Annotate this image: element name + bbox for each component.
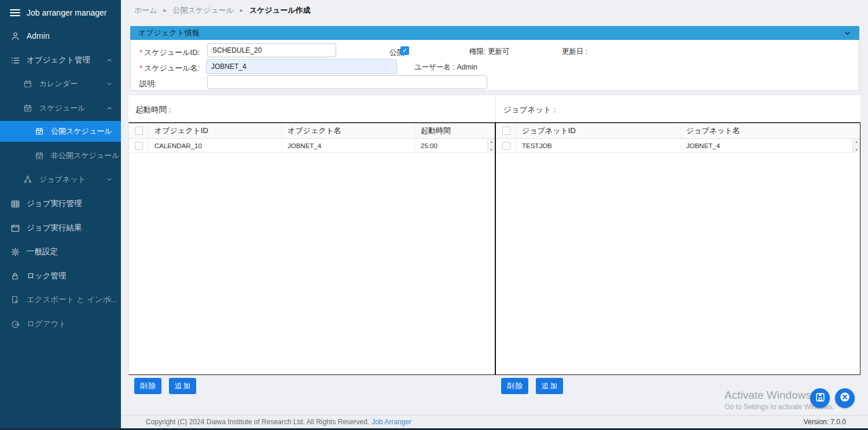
breadcrumb-public-schedule[interactable]: 公開スケジュール (173, 5, 234, 16)
grid-icon (9, 200, 21, 208)
description-input[interactable] (207, 75, 487, 89)
sidebar-item-label: エクスポート と インポ... (27, 295, 117, 305)
scroll-up-icon[interactable]: ▲ (855, 140, 858, 144)
sidebar-item-logout[interactable]: ログアウト (0, 314, 121, 335)
sidebar-item-label: スケジュール (39, 103, 86, 113)
footer: Copyright (C) 2024 Daiwa Institute of Re… (121, 415, 868, 428)
window-icon (9, 224, 21, 233)
sidebar-item-label: ログアウト (27, 319, 67, 329)
app-brand[interactable]: Job arranger manager (0, 2, 121, 23)
sidebar-item-label: ジョブ実行結果 (27, 223, 82, 233)
calendar-check-icon (34, 152, 45, 160)
cell-jobnet-name: JOBNET_4 (681, 139, 852, 153)
sidebar: Job arranger manager Admin オブジェクト管理 カレンダ… (0, 0, 121, 430)
chevron-down-icon (106, 80, 113, 87)
save-button[interactable] (810, 388, 830, 408)
column-header[interactable]: ジョブネットID (516, 123, 681, 139)
export-import-icon (9, 296, 21, 304)
description-label: 説明: (139, 79, 157, 89)
select-all-checkbox-cell (496, 123, 516, 138)
breadcrumb-home[interactable]: ホーム (134, 5, 157, 16)
object-info-header[interactable]: オブジェクト情報 (130, 26, 859, 40)
sidebar-item-job-execution-result[interactable]: ジョブ実行結果 (0, 218, 121, 238)
sidebar-user[interactable]: Admin (0, 25, 121, 46)
column-header[interactable]: オブジェクト名 (282, 123, 415, 139)
hamburger-menu-icon[interactable] (9, 9, 21, 17)
app-title: Job arranger manager (27, 8, 107, 17)
breadcrumb: ホーム ► 公開スケジュール ► スケジュール作成 (134, 5, 311, 16)
sidebar-item-label: カレンダー (39, 79, 78, 89)
sidebar-item-lock-management[interactable]: ロック管理 (0, 266, 121, 286)
cell-boot-time: 25:00 (415, 139, 487, 153)
collapse-chevron-icon[interactable] (844, 30, 851, 37)
boot-time-add-button[interactable]: 追加 (169, 378, 196, 394)
sidebar-item-export-import[interactable]: エクスポート と インポ... (0, 289, 121, 310)
jobnet-table-header: ジョブネットID ジョブネット名 (496, 123, 860, 139)
schedule-detail-area: 起動時間 : ジョブネット : オブジェクトID オブジェクト名 起動時間 CA… (128, 95, 860, 375)
schedule-name-input[interactable] (206, 59, 397, 74)
schedule-name-label: *スケジュール名: (139, 63, 200, 73)
jobnet-delete-button[interactable]: 削除 (501, 378, 528, 394)
sidebar-item-job-execution-management[interactable]: ジョブ実行管理 (0, 193, 121, 214)
sidebar-item-calendar[interactable]: カレンダー (0, 73, 121, 94)
row-checkbox[interactable] (135, 142, 143, 150)
close-button[interactable] (835, 388, 855, 408)
boot-time-table-row[interactable]: CALENDAR_10 JOBNET_4 25:00 (129, 139, 487, 153)
version-label: Version: 7.0.0 (804, 418, 846, 426)
chevron-down-icon (106, 176, 113, 183)
boot-time-delete-button[interactable]: 削除 (134, 378, 161, 394)
close-icon (838, 391, 851, 406)
row-checkbox[interactable] (502, 142, 510, 150)
jobnet-scrollbar[interactable]: ▲ ▼ (852, 139, 860, 153)
chevron-up-icon (106, 57, 113, 64)
cell-object-name: JOBNET_4 (282, 139, 415, 153)
sidebar-item-object-management[interactable]: オブジェクト管理 (0, 50, 121, 71)
updated-date-label: 更新日 : (562, 47, 587, 57)
column-header[interactable]: ジョブネット名 (681, 123, 860, 139)
list-icon (9, 56, 21, 65)
scroll-down-icon[interactable]: ▼ (490, 148, 493, 152)
select-all-checkbox[interactable] (502, 127, 510, 135)
jobnet-add-button[interactable]: 追加 (536, 378, 563, 394)
sidebar-item-label: ジョブネット (39, 174, 86, 185)
user-name-value: ユーザー名 : Admin (414, 63, 477, 72)
copyright-text: Copyright (C) 2024 Daiwa Institute of Re… (146, 418, 369, 426)
schedule-id-input[interactable] (207, 43, 336, 57)
required-mark: * (139, 64, 142, 72)
sidebar-item-label: ジョブ実行管理 (27, 199, 82, 209)
calendar-icon (22, 80, 34, 88)
logout-icon (9, 320, 21, 329)
sidebar-item-schedule[interactable]: スケジュール (0, 98, 121, 119)
sidebar-item-jobnet[interactable]: ジョブネット (0, 169, 121, 190)
network-icon (22, 175, 34, 183)
lock-icon (9, 272, 21, 280)
jobnet-table-row[interactable]: TESTJOB JOBNET_4 (496, 139, 852, 153)
column-header[interactable]: 起動時間 (415, 123, 495, 139)
divider (495, 95, 496, 122)
select-all-checkbox[interactable] (135, 127, 143, 135)
sidebar-item-public-schedule[interactable]: 公開スケジュール (0, 121, 121, 142)
chevron-up-icon (106, 105, 113, 112)
gear-icon (9, 248, 21, 256)
boot-time-scrollbar[interactable]: ▲ ▼ (487, 139, 495, 153)
job-arranger-link[interactable]: Job Arranger (372, 418, 411, 426)
sidebar-item-label: オブジェクト管理 (27, 55, 90, 65)
user-name-label: Admin (27, 31, 50, 41)
cell-jobnet-id: TESTJOB (516, 139, 681, 153)
scroll-up-icon[interactable]: ▲ (490, 140, 493, 144)
calendar-check-icon (22, 104, 34, 112)
breadcrumb-arrow-icon: ► (163, 8, 168, 13)
boot-time-table-header: オブジェクトID オブジェクト名 起動時間 (129, 123, 495, 139)
object-info-form: *スケジュールID: 公開: 権限: 更新可 更新日 : *スケジュール名: ユ… (130, 40, 859, 91)
sidebar-item-label: 一般設定 (27, 247, 58, 257)
sidebar-item-general-settings[interactable]: 一般設定 (0, 241, 121, 262)
activate-windows-watermark: Activate Windows (724, 389, 811, 402)
public-checkbox[interactable] (400, 46, 409, 55)
chevron-down-icon (106, 296, 113, 303)
scroll-down-icon[interactable]: ▼ (855, 148, 858, 152)
cell-object-id: CALENDAR_10 (149, 139, 282, 153)
sidebar-item-private-schedule[interactable]: 非公開スケジュール (0, 145, 121, 166)
user-icon (9, 32, 21, 41)
column-header[interactable]: オブジェクトID (149, 123, 282, 139)
jobnet-section-label: ジョブネット : (503, 105, 556, 115)
